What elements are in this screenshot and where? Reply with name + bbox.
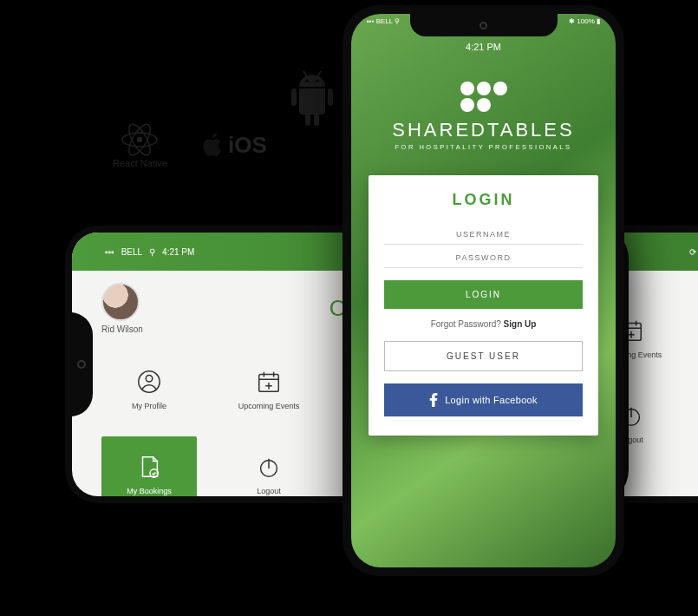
svg-rect-5 [328,88,333,106]
username-input[interactable] [384,221,583,245]
brand-dots-icon [460,82,507,112]
username-label: Rid Wilson [101,324,143,334]
svg-point-9 [316,79,318,82]
guest-user-button[interactable]: GUEST USER [384,341,583,371]
phone-portrait-front: ▪▪▪ BELL ⚲ ✱ 100% ▮ 4:21 PM SHAREDTABLES… [342,5,624,576]
profile-icon [136,369,162,395]
signup-link[interactable]: Sign Up [504,319,537,329]
tile-my-profile[interactable]: My Profile [101,351,197,428]
svg-point-3 [137,137,142,142]
power-icon [256,454,282,480]
tile-upcoming-events[interactable]: Upcoming Events [221,351,316,428]
facebook-icon [429,393,438,407]
facebook-login-button[interactable]: Login with Facebook [384,383,583,416]
side-notch [72,312,93,416]
tile-logout[interactable]: Logout [221,436,316,496]
svg-line-7 [317,71,321,76]
tech-logos: React Native iOS [113,121,267,168]
svg-point-19 [146,376,153,383]
brand-tagline: FOR HOSPITALITY PROFESSIONALS [351,143,616,151]
password-input[interactable] [384,245,583,268]
ios-label: iOS [228,132,267,159]
svg-line-6 [303,71,307,76]
tile-my-bookings[interactable]: My Bookings [101,436,197,496]
svg-point-8 [305,79,308,82]
login-button[interactable]: LOGIN [384,280,583,309]
calendar-plus-icon [256,369,282,395]
top-notch [410,14,558,36]
react-native-logo: React Native [113,121,167,168]
brand-name: SHAREDTABLES [351,119,616,141]
ios-logo: iOS [202,132,267,159]
booking-check-icon [136,454,162,480]
forgot-signup-row: Forgot Password? Sign Up [384,319,583,329]
android-logo [286,69,338,128]
svg-rect-4 [291,88,297,106]
apple-icon [202,133,223,157]
brand-block: SHAREDTABLES FOR HOSPITALITY PROFESSIONA… [351,82,616,151]
avatar[interactable] [101,283,140,321]
forgot-password-link[interactable]: Forgot Password? [431,319,504,329]
react-native-label: React Native [113,158,167,168]
login-card: LOGIN LOGIN Forgot Password? Sign Up GUE… [369,175,598,436]
login-title: LOGIN [384,191,583,209]
